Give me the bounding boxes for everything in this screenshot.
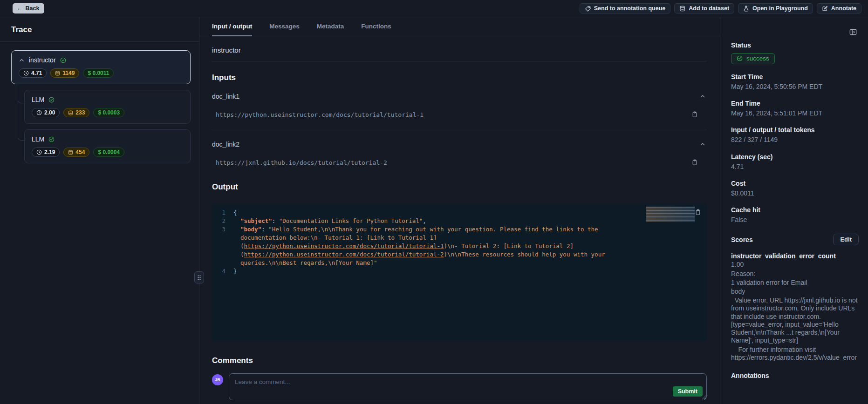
line-number: 4 (212, 267, 233, 276)
database-icon (679, 6, 685, 12)
database-icon (55, 71, 60, 76)
end-time-value: May 16, 2024, 5:51:01 PM EDT (731, 109, 859, 117)
tab-functions[interactable]: Functions (361, 17, 391, 36)
trace-sidebar: Trace instructor (0, 17, 199, 404)
line-number: 2 (212, 217, 233, 225)
database-icon (68, 110, 73, 115)
topbar-actions: Send to annotation queue Add to dataset … (580, 3, 861, 13)
tutorial-2-link: https://python.useinstructor.com/docs/tu… (244, 251, 444, 258)
tab-metadata[interactable]: Metadata (317, 17, 344, 36)
field-label: doc_link2 (212, 141, 239, 148)
collapse-field-button[interactable] (698, 140, 707, 148)
grip-dots-icon (197, 275, 201, 281)
end-time-label: End Time (731, 100, 859, 107)
check-circle-icon (60, 57, 66, 63)
code-line: 4 } (212, 267, 707, 276)
output-heading: Output (212, 182, 707, 192)
tag-icon (585, 6, 591, 12)
latency-value: 4.71 (731, 163, 859, 171)
clock-icon (36, 110, 42, 115)
layout: Trace instructor (0, 17, 868, 404)
arrow-left-icon: ← (17, 5, 23, 12)
tab-input-output[interactable]: Input / output (212, 17, 252, 36)
chevron-up-icon[interactable] (19, 57, 25, 63)
score-reason-line: For further information visit https://er… (731, 346, 859, 362)
submit-button[interactable]: Submit (673, 386, 703, 397)
avatar: JB (212, 374, 223, 385)
tab-messages[interactable]: Messages (269, 17, 300, 36)
copy-button[interactable] (690, 158, 699, 167)
trace-title: Trace (0, 17, 199, 42)
clipboard-icon (691, 159, 698, 166)
cost-value: $0.0011 (731, 189, 859, 197)
comments-section: JB Submit (212, 373, 707, 404)
panel-resize-handle[interactable] (194, 271, 204, 283)
copy-code-button[interactable] (694, 208, 702, 216)
clock-icon (36, 149, 42, 155)
line-number: 3 (212, 225, 233, 267)
field-value: https://jxnl.github.io/docs/tutorial/tut… (212, 159, 387, 166)
field-doc-link1-value: https://python.useinstructor.com/docs/tu… (212, 110, 707, 119)
clock-icon (23, 70, 29, 76)
latency-badge: 2.19 (32, 148, 60, 157)
latency-badge: 4.71 (19, 68, 47, 78)
trace-node-name: LLM (32, 96, 44, 103)
edit-scores-button[interactable]: Edit (833, 234, 859, 245)
database-icon (68, 150, 73, 155)
comment-box: Submit (229, 373, 707, 400)
tokens-value: 822 / 327 / 1149 (731, 136, 859, 144)
open-in-playground-button[interactable]: Open in Playground (738, 3, 813, 13)
tokens-label: Input / output / total tokens (731, 126, 859, 134)
comment-input[interactable] (229, 374, 706, 400)
latency-label: Latency (sec) (731, 153, 859, 161)
latency-badge: 2.00 (32, 108, 60, 117)
check-circle-icon (48, 97, 55, 103)
cache-hit-label: Cache hit (731, 206, 859, 214)
trace-node-instructor[interactable]: instructor 4.71 (11, 50, 191, 84)
score-reason-line: body (731, 288, 859, 296)
main-panel: Input / output Messages Metadata Functio… (199, 17, 720, 404)
back-button[interactable]: ← Back (13, 3, 44, 13)
field-doc-link2: doc_link2 (212, 140, 707, 148)
collapse-field-button[interactable] (698, 92, 707, 101)
field-doc-link2-value: https://jxnl.github.io/docs/tutorial/tut… (212, 158, 707, 167)
copy-button[interactable] (690, 110, 699, 119)
tree-connector (18, 82, 25, 141)
trace-node-llm-1[interactable]: LLM 2.00 (24, 90, 191, 124)
send-to-annotation-queue-button[interactable]: Send to annotation queue (580, 3, 670, 13)
score-name: instructor_validation_error_count (731, 252, 859, 260)
tokens-badge: 233 (63, 108, 89, 117)
details-panel: Status success Start Time May 16, 2024, … (720, 17, 868, 404)
main-content: instructor Inputs doc_link1 https://pyth… (199, 36, 720, 404)
cost-badge: $ 0.0003 (93, 108, 124, 117)
chevron-up-icon (699, 141, 706, 148)
chevron-up-icon (699, 93, 706, 100)
cost-badge: $ 0.0011 (83, 68, 114, 78)
annotate-button[interactable]: Annotate (817, 3, 861, 13)
add-to-dataset-button[interactable]: Add to dataset (674, 3, 734, 13)
field-value: https://python.useinstructor.com/docs/tu… (212, 111, 424, 118)
start-time-value: May 16, 2024, 5:50:56 PM EDT (731, 83, 859, 91)
trace-node-llm-2[interactable]: LLM 2.19 (24, 129, 191, 163)
field-label: doc_link1 (212, 93, 239, 100)
code-line: 2 "subject": "Documentation Links for Py… (212, 217, 707, 225)
annotate-icon (822, 6, 828, 12)
trace-node-name: instructor (29, 56, 56, 64)
score-reason-line: 1 validation error for Email (731, 279, 859, 287)
scores-header: Scores Edit (731, 234, 859, 245)
tokens-badge: 1149 (50, 68, 79, 78)
code-line: 3 "body": "Hello Student,\n\nThank you f… (212, 225, 707, 267)
annotations-label: Annotations (731, 372, 859, 379)
tutorial-1-link: https://python.useinstructor.com/docs/tu… (244, 242, 444, 249)
line-number: 1 (212, 209, 233, 217)
code-line: 1 { (212, 209, 707, 217)
code-minimap[interactable] (646, 207, 695, 222)
panel-collapse-icon (849, 28, 857, 36)
clipboard-icon (695, 209, 701, 215)
cost-badge: $ 0.0004 (93, 148, 124, 157)
collapse-panel-button[interactable] (848, 27, 858, 37)
cost-label: Cost (731, 180, 859, 187)
cache-hit-value: False (731, 216, 859, 224)
topbar: ← Back Send to annotation queue Add to d… (0, 0, 868, 17)
check-circle-icon (48, 136, 55, 142)
